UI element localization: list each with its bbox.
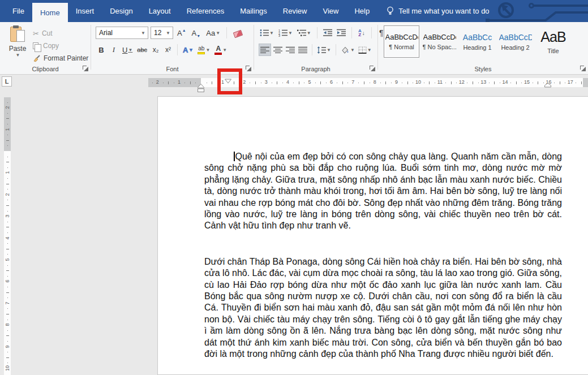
tab-design[interactable]: Design xyxy=(102,0,140,22)
ruler-tick xyxy=(521,83,522,83)
text-effects-button[interactable]: A▼ xyxy=(181,44,195,56)
tab-references[interactable]: References xyxy=(179,0,232,22)
document-page[interactable]: Quê nội của em đẹp bởi có con sông chảy … xyxy=(157,96,588,375)
clipboard-dialog-launcher[interactable] xyxy=(83,66,88,71)
ruler-number: 2 xyxy=(5,104,10,111)
clear-formatting-button[interactable] xyxy=(231,27,244,39)
clipboard-group: Paste ▼ ✂ Cut Copy Format Painter Clipbo… xyxy=(0,22,91,74)
ruler-tick xyxy=(342,81,343,84)
numbering-button[interactable]: 123 ▼ xyxy=(277,27,294,39)
align-left-button[interactable] xyxy=(259,44,271,56)
highlight-color-button[interactable]: ab ▼ xyxy=(196,44,212,56)
paragraph-dialog-launcher[interactable] xyxy=(370,66,375,71)
multilevel-list-button[interactable]: ▼ xyxy=(296,27,312,39)
shading-button[interactable]: ▼ xyxy=(340,44,356,56)
ruler-tick xyxy=(7,124,8,124)
tab-file[interactable]: File xyxy=(5,0,32,22)
increase-indent-icon xyxy=(337,29,346,37)
font-color-button[interactable]: A ▼ xyxy=(213,44,229,56)
justify-button[interactable] xyxy=(297,44,308,56)
tell-me-label: Tell me what you want to do xyxy=(398,7,489,15)
shrink-font-button[interactable]: A▼ xyxy=(190,27,203,39)
underline-button[interactable]: U▼ xyxy=(121,44,134,56)
font-size-combobox[interactable]: 12 ▼ xyxy=(151,27,173,39)
style-card-no-spacing[interactable]: AaBbCcDc ¶ No Spac... xyxy=(422,25,457,58)
tab-view[interactable]: View xyxy=(315,0,346,22)
tell-me-search[interactable]: Tell me what you want to do xyxy=(387,0,489,22)
tab-help[interactable]: Help xyxy=(346,0,377,22)
vertical-ruler[interactable]: 1234567891012 xyxy=(4,97,11,375)
first-line-indent-marker[interactable] xyxy=(224,79,232,84)
align-right-button[interactable] xyxy=(285,44,296,56)
ribbon-tab-bar: File Home Insert Design Layout Reference… xyxy=(0,0,588,22)
copy-label: Copy xyxy=(43,42,59,50)
sort-button[interactable]: AZ ↓ xyxy=(357,27,367,39)
ruler-tick xyxy=(445,83,446,83)
line-spacing-button[interactable]: ▼ xyxy=(316,44,332,56)
ruler-tick xyxy=(6,357,9,358)
ruler-tick xyxy=(413,83,413,83)
ruler-tick xyxy=(326,83,327,83)
tab-review[interactable]: Review xyxy=(275,0,315,22)
borders-icon xyxy=(358,46,367,54)
strikethrough-button[interactable]: abc xyxy=(135,44,149,56)
bullet-list-icon xyxy=(260,29,269,37)
decrease-indent-button[interactable] xyxy=(322,27,333,39)
paragraph-2[interactable]: Dưới chân Tháp Bà Ponaga, dòng sông Cái … xyxy=(204,256,562,360)
style-card-heading-1[interactable]: AaBbCc Heading 1 xyxy=(460,25,495,58)
right-indent-marker[interactable] xyxy=(544,83,552,88)
ruler-tick xyxy=(272,83,272,83)
paste-button[interactable]: Paste ▼ xyxy=(5,25,31,68)
chevron-down-icon: ▼ xyxy=(269,31,274,36)
font-dialog-launcher[interactable] xyxy=(246,66,251,71)
empty-paragraph[interactable] xyxy=(204,232,562,256)
ruler-number: 17 xyxy=(568,79,573,85)
tab-home[interactable]: Home xyxy=(32,3,68,22)
tab-mailings[interactable]: Mailings xyxy=(232,0,275,22)
ruler-number: 8 xyxy=(374,79,376,85)
paragraph-1[interactable]: Quê nội của em đẹp bởi có con sông chảy … xyxy=(204,151,562,232)
bold-button[interactable]: B xyxy=(96,44,107,56)
ruler-tick xyxy=(7,135,8,135)
align-center-icon xyxy=(273,46,282,54)
subscript-button[interactable]: x₂ xyxy=(150,44,161,56)
paste-label: Paste xyxy=(9,45,27,53)
align-center-button[interactable] xyxy=(272,44,284,56)
eraser-icon xyxy=(233,29,242,36)
chevron-down-icon: ▼ xyxy=(367,48,372,53)
left-indent-marker xyxy=(198,89,204,92)
grow-font-button[interactable]: A▲ xyxy=(175,27,188,39)
increase-indent-button[interactable] xyxy=(336,27,347,39)
ruler-tick xyxy=(7,265,8,266)
tab-stop-selector[interactable]: L xyxy=(2,76,12,87)
hanging-indent-marker[interactable] xyxy=(197,83,205,93)
ruler-number: 4 xyxy=(5,235,10,242)
tab-layout[interactable]: Layout xyxy=(141,0,179,22)
ruler-tick xyxy=(277,81,277,84)
horizontal-ruler[interactable]: 123456789101112131415161712 xyxy=(148,78,588,87)
styles-dialog-launcher[interactable] xyxy=(580,66,586,71)
font-name-combobox[interactable]: Arial ▼ xyxy=(96,27,148,39)
superscript-button[interactable]: x² xyxy=(162,44,174,56)
chevron-down-icon: ▼ xyxy=(307,31,311,36)
ruler-number: 5 xyxy=(5,256,10,263)
bullets-button[interactable]: ▼ xyxy=(259,27,275,39)
italic-button[interactable]: I xyxy=(108,44,119,56)
style-card-heading-2[interactable]: AaBbCcD Heading 2 xyxy=(497,25,533,58)
numbered-list-icon: 123 xyxy=(278,29,287,37)
svg-text:3: 3 xyxy=(278,34,280,37)
change-case-button[interactable]: Aa▼ xyxy=(204,27,222,39)
align-left-icon xyxy=(260,46,269,54)
cut-button[interactable]: ✂ Cut xyxy=(33,27,88,40)
style-card-normal[interactable]: AaBbCcDc ¶ Normal xyxy=(384,25,419,58)
tab-insert[interactable]: Insert xyxy=(68,0,102,22)
ruler-number: 2 xyxy=(156,79,159,85)
ruler-tick xyxy=(7,287,8,287)
ruler-tick xyxy=(320,81,321,84)
borders-button[interactable]: ▼ xyxy=(357,44,373,56)
ruler-tick xyxy=(190,81,191,84)
ruler-tick xyxy=(7,211,8,212)
copy-button[interactable]: Copy xyxy=(33,40,88,52)
style-card-title[interactable]: AaB Title xyxy=(535,25,571,58)
format-painter-button[interactable]: Format Painter xyxy=(33,52,88,64)
